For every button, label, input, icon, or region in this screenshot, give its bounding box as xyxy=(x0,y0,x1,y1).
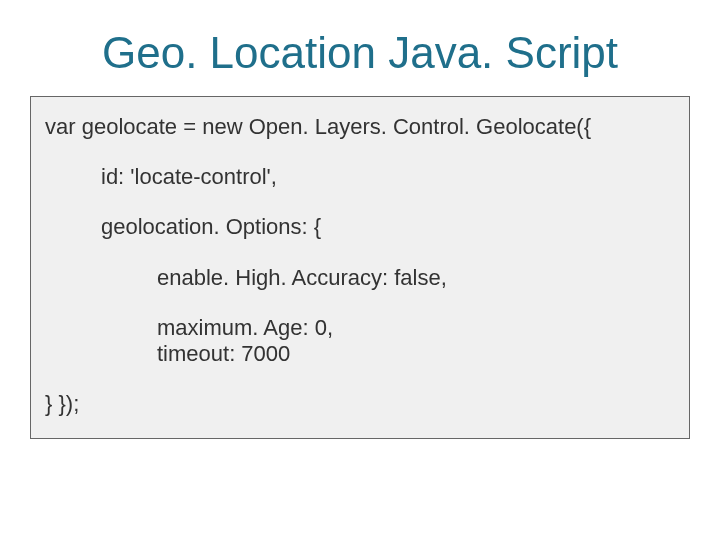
code-line-4: enable. High. Accuracy: false, xyxy=(45,266,675,290)
code-line-1: var geolocate = new Open. Layers. Contro… xyxy=(45,115,675,139)
code-line-5: maximum. Age: 0, xyxy=(45,316,675,340)
code-box: var geolocate = new Open. Layers. Contro… xyxy=(30,96,690,439)
code-line-2: id: 'locate-control', xyxy=(45,165,675,189)
code-line-7: } }); xyxy=(45,392,675,416)
code-line-3: geolocation. Options: { xyxy=(45,215,675,239)
page-title: Geo. Location Java. Script xyxy=(30,28,690,78)
slide: Geo. Location Java. Script var geolocate… xyxy=(0,0,720,540)
code-line-6: timeout: 7000 xyxy=(45,342,675,366)
